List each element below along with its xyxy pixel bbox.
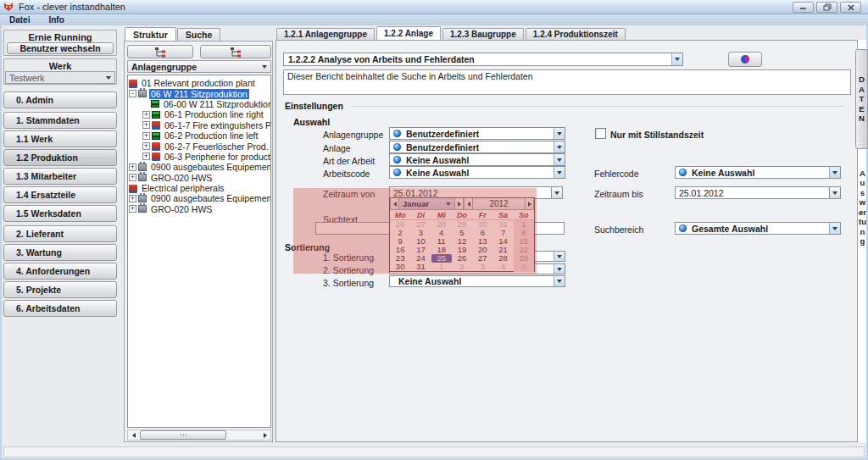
horizontal-scrollbar[interactable] <box>127 430 271 441</box>
tree-item[interactable]: Electrical peripherals <box>128 183 270 193</box>
sidebar-nav-button[interactable]: 1.5 Werksdaten <box>3 205 117 222</box>
zeitraum-bis-field[interactable]: 25.01.2012 <box>675 186 841 199</box>
tree-expander[interactable]: + <box>142 152 150 160</box>
dropdown-arrow[interactable] <box>554 264 565 274</box>
calendar-dropdown-button[interactable] <box>829 187 840 198</box>
menu-item[interactable]: Datei <box>0 15 39 25</box>
tab-daten[interactable]: DATEN <box>855 49 868 149</box>
suchbereich-combo[interactable]: Gesamte Auswahl <box>675 222 841 235</box>
tree-expander[interactable]: + <box>142 111 150 119</box>
sidebar-nav-button[interactable]: 5. Projekte <box>3 281 117 298</box>
dropdown-arrow[interactable] <box>554 252 565 261</box>
dropdown-arrow[interactable] <box>829 223 840 234</box>
tree-expander[interactable]: + <box>129 205 136 213</box>
tree-item-icon <box>152 111 160 119</box>
prev-year-button[interactable] <box>464 198 473 209</box>
dropdown-arrow[interactable] <box>829 167 840 178</box>
sidebar-nav-button[interactable]: 1.2 Produktion <box>3 149 117 166</box>
sidebar-nav-button[interactable]: 1. Stammdaten <box>3 112 117 129</box>
dropdown-arrow[interactable] <box>671 53 682 65</box>
main-tab[interactable]: 1.2.3 Baugruppe <box>442 28 524 40</box>
next-month-button[interactable] <box>454 198 464 209</box>
sidebar-nav-button[interactable]: 0. Admin <box>3 91 117 108</box>
arbeitscode-combo[interactable]: Keine Auswahl <box>389 166 565 179</box>
report-selector[interactable]: 1.2.2.2 Analyse von Arbeits und Fehlerda… <box>283 53 683 66</box>
anlagengruppe-select[interactable]: Anlagengruppe <box>127 60 271 73</box>
tree-panel-tab[interactable]: Struktur <box>125 27 176 41</box>
main-tab[interactable]: 1.2.2 Anlage <box>376 26 441 40</box>
sidebar-nav-button[interactable]: 4. Anforderungen <box>3 263 117 280</box>
zeitraum-von-label: Zeitraum von <box>323 189 375 199</box>
collapse-tree-button[interactable] <box>127 45 193 58</box>
sidebar-nav-button[interactable]: 1.3 Mitarbeiter <box>3 168 117 185</box>
switch-user-button[interactable]: Benutzer wechseln <box>7 42 114 54</box>
calendar-day[interactable]: 1 <box>431 263 452 271</box>
tree-expander[interactable]: - <box>129 90 136 97</box>
calendar-day[interactable]: 3 <box>472 263 492 271</box>
dropdown-arrow[interactable] <box>554 141 565 152</box>
tree-item-icon <box>138 90 147 97</box>
calendar-day[interactable]: 30 <box>390 263 410 271</box>
tree-panel: Anlagengruppe 01 Relevant production pla… <box>124 41 273 442</box>
prev-month-button[interactable] <box>390 198 399 209</box>
month-select[interactable]: Januar <box>399 198 454 209</box>
calendar-day[interactable]: 5 <box>514 263 534 271</box>
dropdown-arrow[interactable] <box>554 167 565 178</box>
tree-expander[interactable]: + <box>129 174 136 181</box>
dropdown-arrow[interactable] <box>554 154 565 165</box>
scroll-right-button[interactable] <box>259 430 270 440</box>
sidebar-nav-button[interactable]: 3. Wartung <box>3 244 117 261</box>
next-year-button[interactable] <box>525 198 534 209</box>
werk-select[interactable]: Testwerk <box>5 71 115 84</box>
fehlercode-label: Fehlercode <box>594 169 639 179</box>
sidebar-nav-button[interactable]: 1.1 Werk <box>3 130 117 147</box>
scrollbar-thumb[interactable] <box>140 430 226 440</box>
menu-item[interactable]: Info <box>39 15 73 25</box>
main-tab[interactable]: 1.2.1 Anlagengruppe <box>276 28 375 40</box>
tree-item[interactable]: + 0900 ausgebautes Equipement <box>128 162 270 172</box>
close-button[interactable] <box>840 2 861 13</box>
section-sortierung: Sortierung <box>285 242 330 252</box>
sidebar-nav-button[interactable]: 1.4 Ersatzteile <box>3 186 117 203</box>
main-tabs: 1.2.1 Anlagengruppe1.2.2 Anlage1.2.3 Bau… <box>276 26 627 40</box>
tree-item[interactable]: + 0900 ausgebautes Equipement <box>128 193 270 203</box>
run-report-button[interactable] <box>728 52 762 67</box>
tree-item[interactable]: 01 Relevant production plant <box>128 78 270 88</box>
tree-item[interactable]: 06-00 W 211 Sitzproduktion Hauptanlage <box>128 99 270 109</box>
tree-item[interactable]: + 06-2 Production line left <box>128 130 270 141</box>
stillstand-checkbox[interactable] <box>595 128 606 139</box>
calendar-dropdown-button[interactable] <box>551 187 562 198</box>
tree-item[interactable]: + 06-2-7 Feuerlöscher Prod. LI <box>128 141 270 151</box>
tree-item[interactable]: + 06-3 Peripherie for production lines f… <box>128 152 270 162</box>
tree-item[interactable]: - 06 W 211 Sitzproduktion <box>128 88 270 98</box>
scroll-left-button[interactable] <box>128 430 139 440</box>
tree-item[interactable]: + 06-1 Production line right <box>128 109 270 119</box>
calendar-day[interactable]: 4 <box>492 263 513 271</box>
tree-expander[interactable]: + <box>129 163 136 171</box>
expand-tree-button[interactable] <box>200 45 271 58</box>
main-tab[interactable]: 1.2.4 Produktionszeit <box>526 28 626 40</box>
sidebar-nav-button[interactable]: 6. Arbeitsdaten <box>3 300 117 317</box>
restore-button[interactable] <box>816 2 837 13</box>
tree-item[interactable]: + 06-1-7 Fire extinguishers Prod.rightFi… <box>128 120 270 130</box>
sort3-combo[interactable]: Keine Auswahl <box>389 275 565 287</box>
tree-expander[interactable]: + <box>142 142 150 150</box>
art-der-arbeit-combo[interactable]: Keine Auswahl <box>389 153 565 166</box>
tab-auswertung[interactable]: Auswertung <box>857 154 868 260</box>
calendar-day[interactable]: 31 <box>410 263 431 271</box>
minimize-button[interactable] <box>793 2 814 13</box>
tree-item[interactable]: + GRO-020 HWS <box>128 173 270 183</box>
calendar-day[interactable]: 2 <box>452 263 472 271</box>
tree-expander[interactable]: + <box>129 195 136 202</box>
tree-item[interactable]: + GRO-020 HWS <box>128 204 270 214</box>
tree-expander[interactable]: + <box>142 132 150 140</box>
anlage-combo[interactable]: Benutzerdefiniert <box>389 141 565 153</box>
sidebar-nav-button[interactable]: 2. Lieferant <box>3 225 117 242</box>
tree-expander[interactable]: + <box>142 121 150 129</box>
suchbereich-label: Suchbereich <box>594 224 643 235</box>
dropdown-arrow[interactable] <box>554 276 565 286</box>
dropdown-arrow[interactable] <box>554 128 565 139</box>
fehlercode-combo[interactable]: Keine Auswahl <box>675 166 841 179</box>
tree-panel-tab[interactable]: Suche <box>177 28 221 41</box>
anlagengruppe-combo[interactable]: Benutzerdefiniert <box>389 127 565 140</box>
